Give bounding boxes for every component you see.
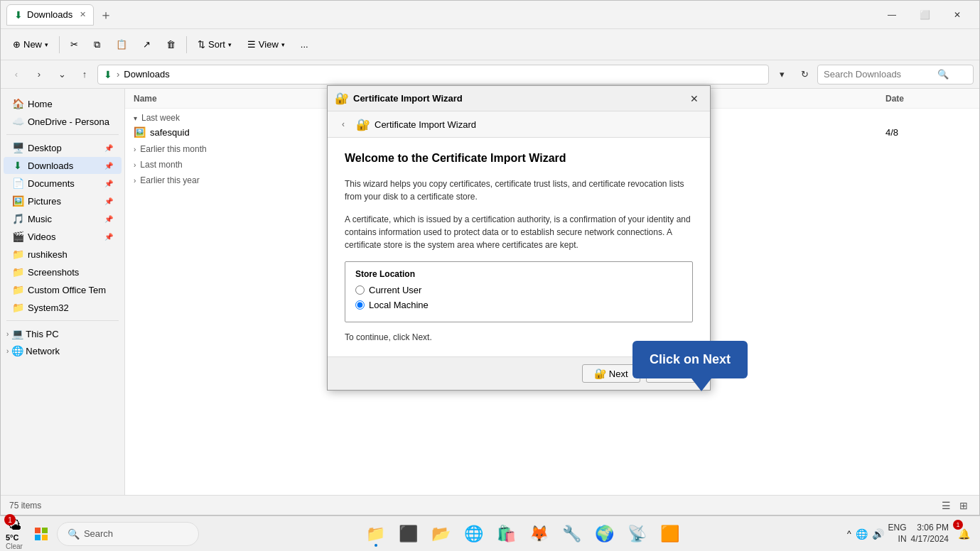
active-indicator: [375, 544, 377, 547]
group-expand-icon-year: ›: [134, 177, 136, 185]
network-tray-icon[interactable]: 🌐: [856, 528, 868, 540]
copy-button[interactable]: ⧉: [87, 36, 107, 54]
start-button[interactable]: [28, 521, 54, 547]
notification-count: 1: [953, 520, 963, 530]
taskbar-search-label: Search: [84, 528, 113, 539]
search-box[interactable]: 🔍: [817, 65, 974, 84]
sidebar-item-rushikesh[interactable]: 📁 rushikesh: [4, 246, 122, 263]
weather-widget[interactable]: 1 🌤 5°C Clear: [6, 517, 23, 550]
cancel-button[interactable]: Cancel: [646, 364, 699, 383]
sidebar-item-documents[interactable]: 📄 Documents 📌: [4, 175, 122, 192]
next-label: Next: [609, 369, 628, 379]
sidebar-item-downloads[interactable]: ⬇ Downloads 📌: [4, 157, 122, 174]
sidebar-label-rushikesh: rushikesh: [28, 249, 68, 260]
new-button[interactable]: ⊕ New ▾: [6, 36, 55, 53]
taskbar-search-icon: 🔍: [68, 528, 80, 540]
address-input[interactable]: ⬇ › Downloads: [97, 65, 769, 84]
taskbar-app-2[interactable]: 🌍: [589, 518, 620, 550]
tray-lang-region[interactable]: ENG IN: [888, 523, 907, 545]
back-button[interactable]: ‹: [6, 65, 26, 84]
sidebar-label-videos: Videos: [28, 231, 56, 242]
sidebar-item-desktop[interactable]: 🖥️ Desktop 📌: [4, 139, 122, 156]
this-pc-expand-icon: ›: [6, 330, 9, 338]
new-tab-button[interactable]: ＋: [99, 6, 112, 23]
sidebar-label-downloads: Downloads: [28, 160, 73, 171]
dialog-close-button[interactable]: ✕: [686, 90, 703, 107]
address-bar: ‹ › ⌄ ↑ ⬇ › Downloads ▾ ↻ 🔍: [1, 60, 979, 89]
view-button[interactable]: ☰ View ▾: [241, 36, 291, 53]
column-header-date[interactable]: Date: [885, 94, 971, 104]
sidebar-item-music[interactable]: 🎵 Music 📌: [4, 210, 122, 227]
this-pc-icon: 💻: [11, 328, 23, 339]
taskbar-app-4[interactable]: 🟧: [655, 518, 686, 550]
sidebar-item-custom-office[interactable]: 📁 Custom Office Tem: [4, 281, 122, 298]
cut-button[interactable]: ✂: [64, 36, 85, 53]
taskbar-terminal[interactable]: ⬛: [393, 518, 424, 550]
share-button[interactable]: ↗: [136, 36, 157, 53]
tab-title: Downloads: [27, 9, 72, 20]
dialog-back-button[interactable]: ‹: [335, 116, 352, 133]
taskbar-app-1[interactable]: 🔧: [556, 518, 588, 550]
network-icon: 🌐: [11, 345, 23, 356]
search-icon: 🔍: [937, 69, 949, 80]
sidebar-item-home[interactable]: 🏠 Home: [4, 95, 122, 112]
dialog-continue-text: To continue, click Next.: [345, 332, 693, 342]
sidebar-item-network[interactable]: › 🌐 Network: [1, 342, 124, 359]
volume-tray-icon[interactable]: 🔊: [872, 528, 884, 540]
delete-button[interactable]: 🗑: [160, 36, 182, 53]
notification-button[interactable]: 🔔 1: [953, 518, 974, 550]
certificate-wizard-dialog: 🔐 Certificate Import Wizard ✕ ‹ 🔐 Certif…: [327, 85, 711, 391]
sidebar-item-onedrive[interactable]: ☁️ OneDrive - Persona: [4, 113, 122, 130]
store-location-box: Store Location Current User Local Machin…: [345, 261, 693, 322]
tray-expand-icon[interactable]: ^: [847, 529, 851, 539]
taskbar-edge[interactable]: 🌐: [458, 518, 490, 550]
sidebar-item-videos[interactable]: 🎬 Videos 📌: [4, 228, 122, 245]
grid-view-button[interactable]: ⊞: [957, 498, 971, 513]
address-dropdown-button[interactable]: ▾: [772, 65, 792, 84]
sidebar-item-system32[interactable]: 📁 System32: [4, 299, 122, 316]
sort-label: Sort: [208, 39, 225, 50]
close-button[interactable]: ✕: [941, 4, 974, 26]
new-chevron-icon: ▾: [45, 41, 48, 48]
list-view-button[interactable]: ☰: [939, 498, 954, 513]
taskbar-folder[interactable]: 📂: [426, 518, 457, 550]
view-chevron-icon: ▾: [281, 41, 285, 48]
dialog-description-1: This wizard helps you copy certificates,…: [345, 178, 693, 203]
tab-close-button[interactable]: ✕: [80, 10, 86, 19]
tray-datetime[interactable]: 3:06 PM 4/17/2024: [911, 523, 949, 545]
taskbar-file-explorer[interactable]: 📁: [360, 518, 392, 550]
refresh-button[interactable]: ↻: [795, 65, 814, 84]
sort-button[interactable]: ⇅ Sort ▾: [191, 36, 238, 53]
recent-locations-button[interactable]: ⌄: [52, 65, 72, 84]
up-button[interactable]: ↑: [75, 65, 95, 84]
sidebar-item-screenshots[interactable]: 📁 Screenshots: [4, 263, 122, 280]
dialog-title-bar: 🔐 Certificate Import Wizard ✕: [328, 86, 710, 111]
current-user-radio[interactable]: [355, 285, 365, 295]
dialog-description-2: A certificate, which is issued by a cert…: [345, 213, 693, 251]
taskbar-firefox[interactable]: 🦊: [524, 518, 555, 550]
forward-button[interactable]: ›: [29, 65, 49, 84]
dialog-nav-title: Certificate Import Wizard: [375, 119, 476, 130]
taskbar-store[interactable]: 🛍️: [491, 518, 522, 550]
maximize-button[interactable]: ⬜: [908, 4, 941, 26]
onedrive-icon: ☁️: [12, 116, 23, 127]
system32-icon: 📁: [12, 302, 23, 313]
search-input[interactable]: [824, 69, 937, 80]
dialog-title-text: Certificate Import Wizard: [353, 93, 682, 104]
status-items-count: 75 items: [9, 501, 41, 511]
sidebar-label-screenshots: Screenshots: [28, 267, 79, 278]
next-button[interactable]: 🔐 Next: [582, 364, 640, 383]
sidebar-label-custom-office: Custom Office Tem: [28, 285, 106, 295]
sidebar-item-this-pc[interactable]: › 💻 This PC: [1, 325, 124, 342]
local-machine-radio[interactable]: [355, 300, 365, 310]
taskbar-app-3[interactable]: 📡: [622, 518, 653, 550]
more-button[interactable]: ...: [294, 36, 315, 53]
taskbar-search[interactable]: 🔍 Search: [57, 522, 199, 546]
sidebar-item-pictures[interactable]: 🖼️ Pictures 📌: [4, 192, 122, 209]
minimize-button[interactable]: —: [876, 4, 908, 26]
pin-icon-desktop: 📌: [104, 144, 113, 152]
group-expand-icon-last-month: ›: [134, 161, 136, 169]
active-tab[interactable]: ⬇ Downloads ✕: [6, 4, 94, 26]
wizard-icon: 🔐: [335, 92, 349, 105]
paste-button[interactable]: 📋: [109, 36, 134, 53]
